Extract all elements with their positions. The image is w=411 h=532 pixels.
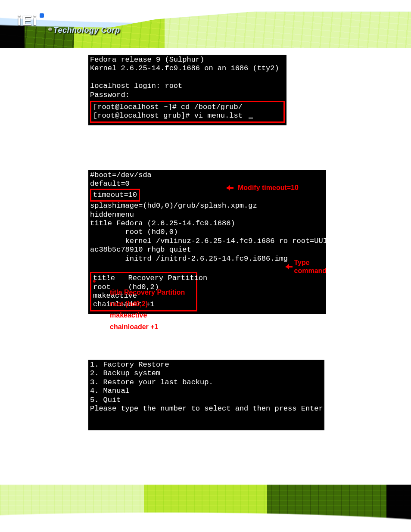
highlight-box: [root@localhost ~]# cd /boot/grub/ [root…	[90, 101, 285, 123]
header-swoosh	[0, 0, 411, 48]
annotation-label: Type command	[294, 258, 330, 275]
term-line: ac38b5c78910 rhgb quiet	[90, 246, 324, 254]
type-command-heading: •Type command:	[93, 276, 185, 287]
term-line: root (hd0,0)	[90, 228, 324, 236]
term-line: 1. Factory Restore	[90, 361, 323, 369]
term-line: [root@localhost grub]# vi menu.lst	[93, 112, 282, 120]
term-line: timeout=10	[93, 191, 137, 199]
command-line: title Recovery Partition	[110, 287, 185, 298]
brand-label: Technology Corp	[53, 26, 120, 34]
term-line: 5. Quit	[90, 396, 323, 404]
cursor-icon	[249, 118, 253, 118]
arrow-left-icon	[283, 264, 290, 270]
page-footer-band	[0, 485, 411, 532]
term-line: kernel /vmlinuz-2.6.25-14.fc9.i686 ro ro…	[90, 237, 324, 246]
footer-swoosh	[0, 485, 411, 532]
bullet-icon: •	[93, 276, 96, 286]
term-line: [root@localhost ~]# cd /boot/grub/	[93, 103, 282, 112]
term-line: Please type the number to select and the…	[90, 404, 323, 413]
company-logo: iEi	[17, 12, 44, 29]
term-text: [root@localhost grub]# vi menu.lst	[93, 112, 247, 120]
term-line: 4. Manual	[90, 387, 323, 395]
fade-right	[323, 360, 342, 430]
annotation-type-command: Type command	[283, 258, 330, 275]
command-line: root (hd0,2)	[110, 299, 185, 310]
term-line: title Fedora (2.6.25-14.fc9.i686)	[90, 219, 324, 228]
page-header-band: iEi ®Technology Corp	[0, 0, 411, 48]
type-command-block: •Type command: title Recovery Partition …	[93, 276, 185, 333]
term-line: 3. Restore your last backup.	[90, 378, 323, 387]
term-line: Kernel 2.6.25-14.fc9.i686 on an i686 (tt…	[90, 64, 285, 73]
term-line: splashimage=(hd0,0)/grub/splash.xpm.gz	[90, 202, 324, 210]
brand-text: ®Technology Corp	[48, 26, 120, 35]
logo-dot-icon	[40, 13, 44, 18]
term-line: 2. Backup system	[90, 369, 323, 378]
arrow-left-icon	[224, 185, 234, 191]
term-line: localhost login: root	[90, 82, 285, 90]
term-line: Fedora release 9 (Sulphur)	[90, 56, 285, 64]
term-line	[90, 73, 285, 82]
highlight-box-timeout: timeout=10	[90, 189, 140, 202]
page: iEi ®Technology Corp Fedora release 9 (S…	[0, 0, 411, 532]
annotation-label: Modify timeout=10	[238, 184, 299, 192]
type-command-label: Type command:	[106, 277, 158, 285]
command-line: chainloader +1	[110, 321, 185, 333]
registered-mark: ®	[48, 27, 52, 32]
term-line: #boot=/dev/sda	[90, 171, 324, 180]
terminal-recovery-menu: 1. Factory Restore 2. Backup system 3. R…	[88, 360, 324, 430]
logo-text: iEi	[17, 12, 38, 28]
annotation-modify-timeout: Modify timeout=10	[224, 184, 299, 192]
term-line: hiddenmenu	[90, 211, 324, 219]
terminal-login: Fedora release 9 (Sulphur) Kernel 2.6.25…	[88, 55, 286, 125]
command-line: makeactive	[110, 310, 185, 321]
term-line: Password:	[90, 91, 285, 100]
